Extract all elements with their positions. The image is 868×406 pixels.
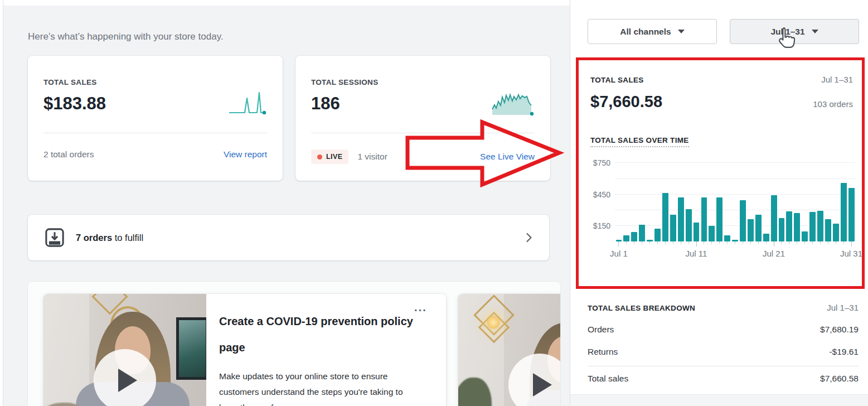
total-sessions-footer: LIVE 1 visitor See Live View	[311, 149, 535, 164]
chart-x-ticks	[615, 241, 855, 246]
total-sales-value: $183.88	[43, 94, 106, 114]
wall-art-frame	[176, 317, 206, 380]
x-axis-label: Jul 21	[763, 249, 785, 258]
covid-policy-video-card: ··· Create a COVID-19 prevention policy …	[43, 294, 446, 406]
shopify-dashboard: Here’s what’s happening with your store …	[0, 0, 868, 406]
x-tick	[774, 241, 774, 246]
x-tick	[665, 241, 666, 244]
more-menu-icon[interactable]: ···	[414, 304, 427, 317]
bar-Jul 19[interactable]	[755, 215, 762, 241]
pendant-lamp-bulb	[486, 315, 501, 330]
x-tick	[851, 241, 852, 246]
bar-Jul 2[interactable]	[623, 235, 629, 241]
video-thumbnail-1[interactable]	[43, 294, 206, 406]
orders-banner-text: 7 orders to fulfill	[76, 233, 143, 243]
x-tick	[804, 241, 805, 244]
breakdown-returns-value: -$19.61	[829, 347, 859, 357]
total-sessions-card: TOTAL SESSIONS 186 LIVE 1 visitor See Li…	[295, 56, 550, 181]
bar-Jul 10[interactable]	[686, 209, 692, 241]
x-tick	[727, 241, 728, 244]
bar-Jul 20[interactable]	[763, 234, 769, 241]
live-dot-icon	[317, 154, 322, 160]
chevron-right-icon[interactable]	[526, 232, 532, 243]
all-channels-label: All channels	[620, 27, 671, 37]
bar-Jul 4[interactable]	[639, 225, 645, 241]
breakdown-orders-value: $7,680.19	[820, 325, 859, 335]
bar-Jul 3[interactable]	[631, 232, 637, 241]
bar-Jul 6[interactable]	[654, 229, 661, 241]
bar-Jul 12[interactable]	[701, 197, 707, 241]
analytics-panel: All channels Jul 1–31 TOTAL SALES Jul 1–…	[570, 0, 868, 406]
x-tick	[843, 241, 844, 244]
y-axis-label: $150	[593, 221, 610, 230]
bar-Jul 24[interactable]	[794, 213, 800, 241]
bar-Jul 25[interactable]	[802, 231, 808, 241]
metrics-row: TOTAL SALES $183.88 2 total orders View …	[28, 56, 550, 181]
bar-Jul 21[interactable]	[771, 195, 777, 241]
bar-Jul 11[interactable]	[694, 223, 700, 241]
x-tick	[696, 241, 697, 246]
bar-Jul 26[interactable]	[809, 212, 816, 241]
x-tick	[820, 241, 821, 244]
date-range-dropdown[interactable]: Jul 1–31	[730, 19, 859, 44]
x-tick	[657, 241, 658, 244]
video-card-content: ··· Create a COVID-19 prevention policy …	[206, 294, 446, 406]
total-sales-card: TOTAL SALES $183.88 2 total orders View …	[28, 56, 283, 181]
bar-Jul 18[interactable]	[748, 219, 754, 241]
play-button[interactable]	[508, 354, 560, 406]
bar-Jul 30[interactable]	[841, 183, 847, 241]
all-channels-dropdown[interactable]: All channels	[588, 19, 717, 44]
bar-Jul 27[interactable]	[817, 211, 823, 241]
orders-suffix: to fulfill	[112, 233, 143, 243]
bar-Jul 31[interactable]	[848, 188, 855, 241]
chevron-down-icon	[678, 30, 685, 33]
play-icon	[533, 373, 552, 397]
breakdown-period: Jul 1–31	[827, 303, 859, 312]
visitor-count: 1 visitor	[357, 152, 387, 162]
card-divider	[43, 133, 267, 133]
x-tick	[618, 241, 619, 246]
x-tick	[758, 241, 759, 244]
x-tick	[642, 241, 642, 244]
bar-Jul 9[interactable]	[678, 197, 684, 241]
x-axis-label: Jul 1	[610, 249, 628, 258]
total-sessions-value: 186	[311, 94, 340, 114]
sales-over-time-heading[interactable]: TOTAL SALES OVER TIME	[590, 136, 689, 147]
see-live-view-link[interactable]: See Live View	[480, 152, 535, 162]
bar-Jul 17[interactable]	[740, 200, 746, 241]
panel-sales-period: Jul 1–31	[821, 75, 853, 84]
play-button[interactable]	[94, 349, 156, 406]
x-tick	[688, 241, 689, 244]
bar-Jul 13[interactable]	[709, 226, 715, 241]
orders-to-fulfill-banner[interactable]: 7 orders to fulfill	[28, 215, 549, 260]
live-badge-label: LIVE	[326, 153, 342, 161]
x-tick	[836, 241, 836, 244]
live-badge: LIVE	[311, 149, 348, 164]
panel-bottom-strip	[570, 394, 868, 406]
total-orders-meta: 2 total orders	[43, 149, 94, 160]
breakdown-total-row: Total sales $7,660.58	[588, 374, 859, 384]
bar-Jul 22[interactable]	[779, 218, 785, 241]
video-thumbnail-2[interactable]	[458, 294, 560, 406]
highlighted-sales-region: TOTAL SALES Jul 1–31 $7,660.58 103 order…	[576, 57, 865, 289]
bar-Jul 28[interactable]	[825, 219, 831, 241]
x-axis-label: Jul 31	[840, 249, 862, 258]
bar-Jul 29[interactable]	[833, 224, 839, 241]
x-tick	[704, 241, 704, 244]
bar-Jul 15[interactable]	[724, 235, 730, 241]
bar-Jul 23[interactable]	[786, 211, 792, 241]
view-report-link[interactable]: View report	[224, 149, 267, 160]
bar-Jul 7[interactable]	[662, 193, 668, 241]
bar-Jul 14[interactable]	[716, 197, 722, 241]
panel-total-sales-value: $7,660.58	[590, 93, 662, 111]
video-card-body: Make updates to your online store to ens…	[219, 369, 420, 406]
guides-carousel-section: ··· Create a COVID-19 prevention policy …	[28, 282, 560, 406]
panel-orders-count: 103 orders	[813, 99, 853, 109]
total-sales-label: TOTAL SALES	[43, 78, 97, 86]
fulfill-orders-icon	[45, 228, 65, 248]
play-icon	[118, 369, 137, 392]
bar-Jul 8[interactable]	[670, 215, 676, 241]
next-video-card	[458, 294, 560, 406]
sales-sparkline-chart	[228, 90, 268, 117]
breakdown-orders-label: Orders	[588, 325, 614, 335]
